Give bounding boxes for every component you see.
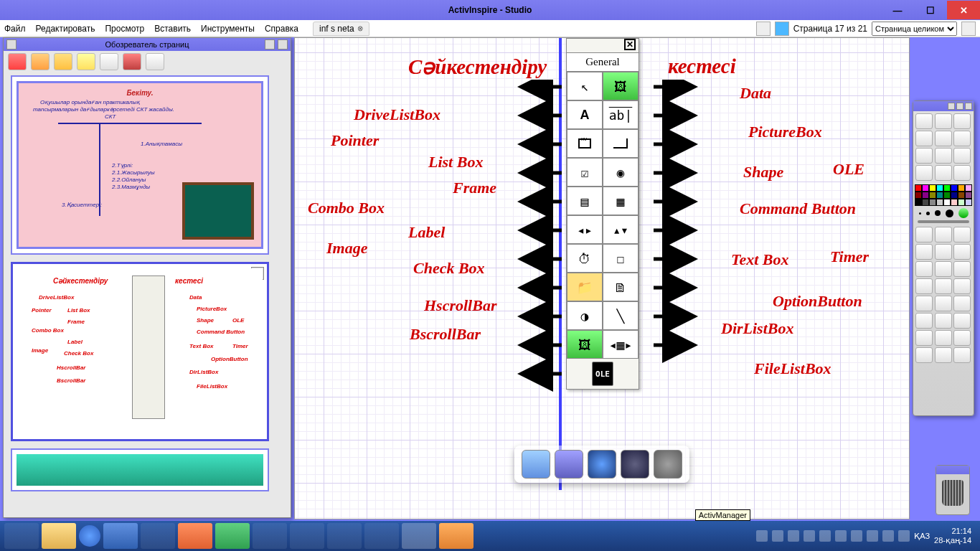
tool-timer-icon[interactable]: ⏱	[567, 244, 603, 273]
flipchart-canvas[interactable]: Сәйкестендіру кестесі DriveListBox Point…	[294, 37, 910, 519]
tray-icon[interactable]	[898, 530, 910, 542]
undo-icon[interactable]	[915, 296, 933, 311]
taskbar-ie-icon[interactable]	[4, 523, 39, 549]
close-button[interactable]: ✕	[947, 1, 980, 19]
label-drivelistbox[interactable]: DriveListBox	[354, 105, 440, 124]
main-toolbox[interactable]	[913, 100, 974, 416]
label-combobox[interactable]: Combo Box	[308, 199, 385, 217]
tray-icon[interactable]	[756, 530, 768, 542]
select-tool-icon[interactable]	[915, 227, 933, 242]
label-bscrollbar[interactable]: BscrollBar	[410, 325, 481, 344]
label-checkbox[interactable]: Check Box	[413, 259, 485, 278]
voting-icon[interactable]	[935, 165, 952, 181]
page-layout-icon[interactable]	[756, 22, 771, 36]
taskbar-media-icon[interactable]	[439, 523, 473, 549]
label-dirlistbox[interactable]: DirListBox	[721, 319, 793, 338]
crosshair-icon[interactable]	[935, 227, 952, 242]
tool-vscrollbar-icon[interactable]: ▴▾	[603, 215, 639, 244]
vb-general-palette[interactable]: ✕ General ↖ 🖼 A ab| xv ☑ ◉ ▤ ▦ ◂▸ ▴▾ ⏱ ☐…	[566, 38, 639, 390]
shape-tool-icon[interactable]	[915, 278, 933, 294]
connector-icon[interactable]	[935, 278, 952, 294]
desktop-icon[interactable]	[953, 113, 971, 129]
next-page-icon[interactable]	[935, 148, 952, 164]
palette-close-icon[interactable]: ✕	[624, 39, 636, 50]
tool-combobox-icon[interactable]: ▤	[567, 187, 603, 215]
maximize-button[interactable]: ☐	[914, 1, 947, 19]
spotlight-icon[interactable]	[953, 313, 971, 329]
tray-icon[interactable]	[882, 530, 894, 542]
tray-icon[interactable]	[772, 530, 783, 542]
label-pointer[interactable]: Pointer	[331, 131, 379, 150]
tool-textbox-icon[interactable]: ab|	[603, 100, 639, 129]
thumbnail-list[interactable]: Бекіту. Оқушылар орындаған практикалық т…	[4, 72, 291, 517]
clear-icon[interactable]	[953, 261, 971, 277]
label-commandbutton[interactable]: Command Button	[740, 199, 856, 218]
more-tools2-icon[interactable]	[935, 347, 952, 363]
taskbar-powerpoint-icon[interactable]	[178, 523, 212, 549]
label-textbox[interactable]: Text Box	[731, 250, 788, 269]
tools-icon[interactable]	[935, 131, 952, 146]
tool-checkbox-icon[interactable]: ☑	[567, 158, 603, 187]
label-hscrollbar[interactable]: HscrollBar	[424, 296, 496, 315]
label-image[interactable]: Image	[326, 239, 367, 258]
dock-lens-icon[interactable]	[621, 450, 649, 479]
menu-insert[interactable]: Вставить	[154, 24, 191, 34]
tool-listbox-icon[interactable]: ▦	[603, 187, 639, 215]
tool-label-icon[interactable]: A	[567, 100, 603, 129]
color-palette[interactable]	[913, 183, 974, 207]
tool-frame-icon[interactable]: xv	[567, 129, 603, 158]
blank-icon[interactable]	[953, 131, 971, 146]
taskbar-paint-icon[interactable]	[327, 523, 362, 549]
label-optionbutton[interactable]: OptionButton	[773, 292, 862, 311]
page-thumbnail[interactable]	[11, 448, 269, 491]
fullscreen-icon[interactable]	[961, 22, 976, 36]
browser-voting-icon[interactable]	[146, 53, 164, 70]
right-arrows[interactable]	[649, 80, 699, 395]
browser-notes-icon[interactable]	[77, 53, 95, 70]
panel-close-icon[interactable]	[278, 39, 288, 50]
taskbar-explorer-icon[interactable]	[42, 523, 76, 549]
collapse-icon[interactable]	[265, 39, 275, 50]
tray-icon[interactable]	[835, 530, 847, 542]
browser-actions-icon[interactable]	[123, 53, 141, 70]
tool-commandbutton-icon[interactable]	[603, 129, 639, 158]
wand-icon[interactable]	[953, 227, 971, 242]
tool-hscrollbar-icon[interactable]: ◂▸	[567, 215, 603, 244]
menu-help[interactable]: Справка	[265, 24, 298, 34]
toolbox-close-icon[interactable]	[965, 103, 972, 110]
label-frame[interactable]: Frame	[453, 179, 496, 197]
snowflake-icon[interactable]	[775, 22, 789, 36]
label-shape[interactable]: Shape	[743, 163, 783, 182]
label-listbox[interactable]: List Box	[428, 153, 483, 171]
eraser-icon[interactable]	[915, 261, 933, 277]
taskbar-activinspire-icon[interactable]	[402, 523, 436, 549]
trash-bin[interactable]	[936, 465, 970, 515]
menu-tools[interactable]: Инструменты	[201, 24, 255, 34]
taskbar-app1-icon[interactable]	[141, 523, 175, 549]
label-ole[interactable]: OLE	[833, 160, 864, 179]
pen-slider[interactable]	[918, 220, 969, 223]
dock-gear-icon[interactable]	[654, 450, 682, 479]
label-label[interactable]: Label	[408, 223, 445, 242]
tray-clock[interactable]: 21:14 28-қаң-14	[934, 527, 971, 545]
title-right[interactable]: кестесі	[668, 55, 736, 78]
menu-view[interactable]: Просмотр	[105, 24, 144, 34]
taskbar-help-icon[interactable]	[79, 525, 100, 547]
play-icon[interactable]	[915, 165, 933, 181]
tool-picturebox-icon[interactable]: 🖼	[603, 72, 639, 100]
tool-filelistbox-icon[interactable]: 🗎	[603, 273, 639, 301]
tray-language[interactable]: ҚАЗ	[914, 532, 930, 541]
tool-drivelistbox-icon[interactable]: ☐	[603, 244, 639, 273]
tray-icon[interactable]	[867, 530, 878, 542]
highlighter-icon[interactable]	[935, 244, 952, 260]
taskbar-word-icon[interactable]	[103, 523, 138, 549]
taskbar-excel-icon[interactable]	[215, 523, 250, 549]
pen-tool-icon[interactable]	[915, 244, 933, 260]
camera-icon[interactable]	[915, 313, 933, 329]
dock-pages-icon[interactable]	[522, 450, 550, 479]
menu-edit[interactable]: Редактировать	[36, 24, 95, 34]
pen-width-selector[interactable]	[913, 207, 974, 219]
blank3-icon[interactable]	[953, 165, 971, 181]
tray-icon[interactable]	[851, 530, 862, 542]
dock-world-icon[interactable]	[588, 450, 616, 479]
